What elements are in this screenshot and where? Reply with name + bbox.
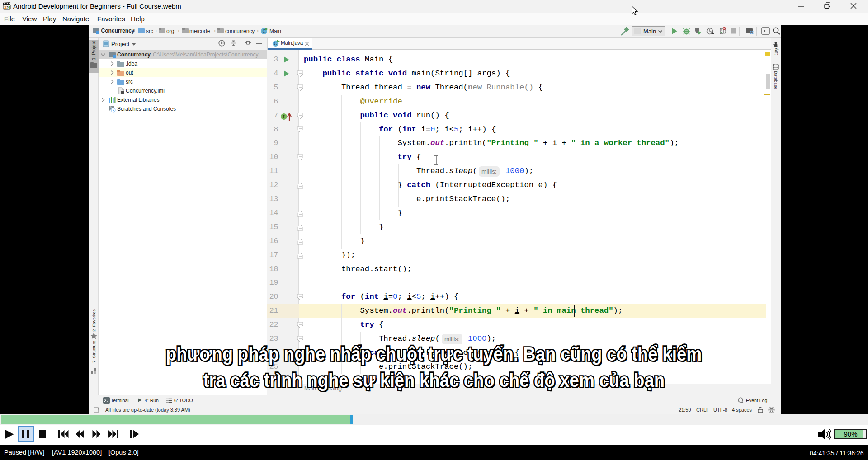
svg-text:1: 1	[9, 5, 11, 10]
svg-text:I: I	[283, 114, 285, 119]
